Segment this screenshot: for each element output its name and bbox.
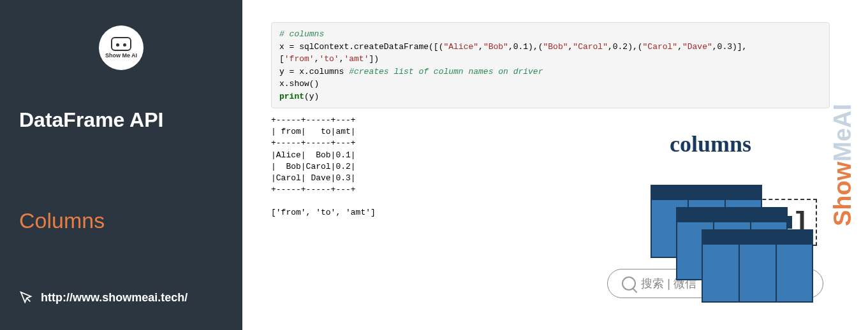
url-row: http://www.showmeai.tech/ <box>19 291 223 305</box>
logo-icon: Show Me AI <box>99 25 143 70</box>
cursor-icon <box>19 291 33 305</box>
logo-text: Show Me AI <box>105 52 137 59</box>
columns-label: columns <box>670 131 751 157</box>
sidebar: Show Me AI DataFrame API Columns http://… <box>0 0 242 330</box>
url-text: http://www.showmeai.tech/ <box>41 291 188 305</box>
section-title: Columns <box>19 208 223 233</box>
page-title: DataFrame API <box>19 108 223 132</box>
code-block: # columns x = sqlContext.createDataFrame… <box>271 22 830 108</box>
watermark: ShowMeAI <box>829 104 857 226</box>
main-content: ShowMeAI # columns x = sqlContext.create… <box>242 0 868 330</box>
table-icon <box>702 229 813 303</box>
search-icon <box>622 276 636 291</box>
logo-container: Show Me AI <box>19 25 223 70</box>
